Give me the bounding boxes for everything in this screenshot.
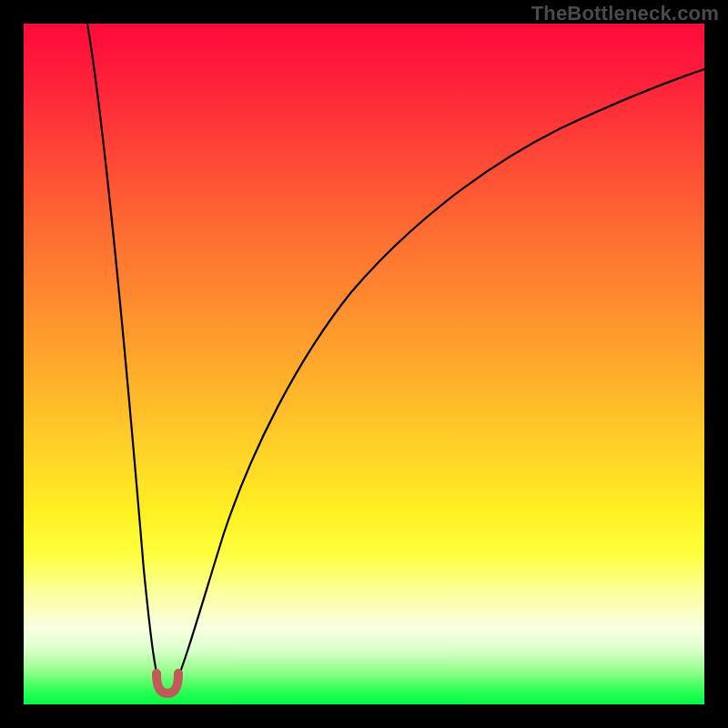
watermark-text: TheBottleneck.com <box>531 2 719 25</box>
chart-frame: TheBottleneck.com <box>0 0 728 728</box>
curve-layer <box>24 24 704 704</box>
bottleneck-curve <box>87 24 704 694</box>
plot-area <box>24 24 704 704</box>
minimum-marker <box>157 673 178 693</box>
